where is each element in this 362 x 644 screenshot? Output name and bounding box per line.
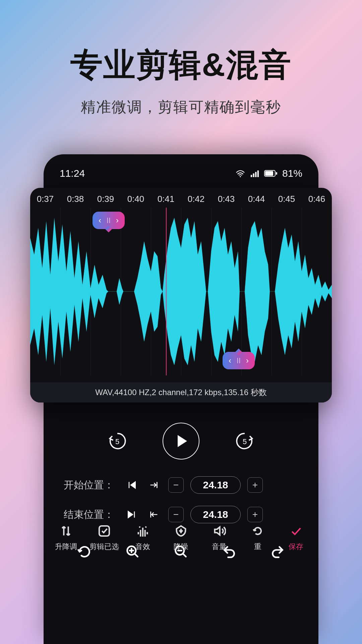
svg-rect-7 — [276, 172, 277, 175]
start-decrement-button[interactable]: − — [168, 477, 184, 493]
rewind-amount: 5 — [115, 437, 119, 446]
start-increment-button[interactable]: + — [247, 477, 263, 493]
svg-rect-1 — [251, 175, 252, 177]
denoise-button[interactable]: 降噪 — [164, 524, 198, 552]
hero-subtitle: 精准微调，剪辑可精确到毫秒 — [0, 97, 362, 117]
clip-label: 剪辑已选 — [89, 542, 119, 552]
waveform-svg — [30, 208, 332, 375]
start-position-label: 开始位置： — [64, 478, 117, 492]
jump-start-button[interactable] — [146, 477, 162, 493]
status-time: 11:24 — [60, 168, 85, 179]
playhead[interactable] — [166, 208, 167, 375]
chevron-left-icon: ‹ — [99, 216, 101, 225]
start-position-value[interactable]: 24.18 — [190, 476, 241, 494]
forward-5-button[interactable]: 5 — [233, 429, 256, 453]
signal-icon — [250, 170, 259, 177]
battery-icon — [264, 170, 278, 177]
waveform-area[interactable]: ‹ › ‹ › — [30, 208, 332, 375]
reset-label: 重 — [254, 542, 261, 552]
svg-point-0 — [240, 176, 241, 177]
forward-amount: 5 — [243, 437, 247, 446]
chevron-left-icon: ‹ — [229, 356, 231, 365]
status-bar: 11:24 81% — [44, 168, 318, 187]
skip-to-start-button[interactable] — [124, 477, 139, 493]
pitch-button[interactable]: 升降调 — [49, 524, 83, 552]
svg-rect-2 — [253, 173, 254, 177]
time-ruler: 0:370:38 0:390:40 0:410:42 0:430:44 0:45… — [30, 188, 332, 208]
hero-title: 专业剪辑&混音 — [0, 0, 362, 87]
chevron-right-icon: › — [246, 356, 249, 365]
clip-selected-button[interactable]: 剪辑已选 — [87, 524, 121, 552]
wifi-icon — [235, 169, 245, 177]
svg-rect-6 — [265, 171, 273, 176]
denoise-label: 降噪 — [174, 542, 188, 552]
rewind-5-button[interactable]: 5 — [106, 429, 129, 453]
chevron-right-icon: › — [116, 216, 119, 225]
reset-button[interactable]: 重 — [241, 524, 275, 552]
volume-label: 音量 — [212, 542, 227, 552]
pitch-label: 升降调 — [55, 542, 77, 552]
battery-percent: 81% — [282, 168, 302, 179]
svg-rect-4 — [257, 170, 259, 177]
effects-label: 音效 — [135, 542, 150, 552]
save-button[interactable]: 保存 — [279, 524, 313, 552]
effects-button[interactable]: 音效 — [126, 524, 160, 552]
end-handle[interactable]: ‹ › — [223, 352, 255, 369]
file-info: WAV,44100 HZ,2 channel,172 kbps,135.16 秒… — [30, 382, 332, 402]
play-button[interactable] — [163, 423, 199, 460]
waveform-panel: 0:370:38 0:390:40 0:410:42 0:430:44 0:45… — [30, 188, 332, 402]
start-handle[interactable]: ‹ › — [93, 212, 125, 229]
volume-button[interactable]: 音量 — [202, 524, 236, 552]
save-label: 保存 — [289, 542, 303, 552]
svg-rect-3 — [255, 172, 256, 177]
